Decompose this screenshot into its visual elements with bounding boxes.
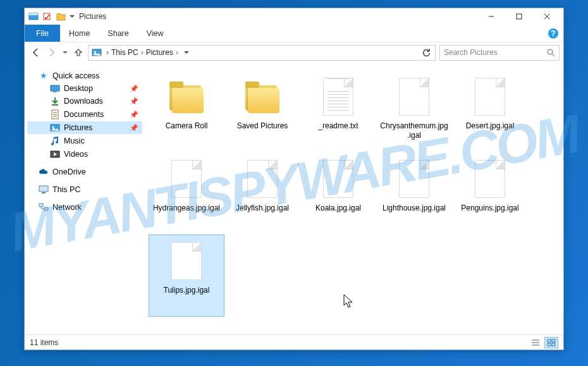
desktop-icon xyxy=(50,85,60,92)
file-grid: Camera RollSaved Pictures_readme.txtChry… xyxy=(149,70,560,317)
svg-rect-32 xyxy=(548,343,551,346)
file-icon xyxy=(167,156,206,202)
sidebar-item-videos[interactable]: Videos xyxy=(27,148,142,161)
svg-rect-4 xyxy=(57,13,61,15)
breadcrumb-thispc[interactable]: This PC xyxy=(111,48,138,57)
pin-icon: 📌 xyxy=(130,124,138,132)
chevron-right-icon[interactable]: › xyxy=(173,48,181,57)
tab-share[interactable]: Share xyxy=(99,25,137,42)
file-item[interactable]: Penguins.jpg.igal xyxy=(452,152,528,235)
file-item[interactable]: Lighthouse.jpg.igal xyxy=(376,152,452,235)
sidebar-onedrive[interactable]: OneDrive xyxy=(27,166,142,178)
file-item[interactable]: Camera Roll xyxy=(149,70,224,152)
sidebar-item-pictures[interactable]: Pictures📌 xyxy=(27,121,142,134)
file-label: Chrysanthemum.jpg.igal xyxy=(377,120,451,140)
file-item[interactable]: Hydrangeas.jpg.igal xyxy=(149,152,224,235)
close-button[interactable] xyxy=(533,8,561,25)
file-item[interactable]: Desert.jpg.igal xyxy=(452,70,528,152)
minimize-button[interactable] xyxy=(477,8,505,25)
nav-recent-dropdown[interactable] xyxy=(61,46,69,59)
videos-icon xyxy=(50,150,60,158)
sidebar-item-label: Pictures xyxy=(64,123,92,132)
sidebar-onedrive-label: OneDrive xyxy=(52,168,86,176)
svg-rect-14 xyxy=(53,92,57,92)
svg-rect-6 xyxy=(517,14,522,19)
svg-point-11 xyxy=(548,49,553,54)
help-icon[interactable]: ? xyxy=(548,28,558,39)
file-label: Saved Pictures xyxy=(235,120,291,131)
svg-rect-31 xyxy=(552,339,555,342)
star-icon: ★ xyxy=(39,71,49,80)
view-details-button[interactable] xyxy=(529,337,542,348)
file-item[interactable]: Jellyfish.jpg.igal xyxy=(224,152,300,235)
svg-rect-13 xyxy=(51,85,59,91)
folder-icon xyxy=(167,73,206,120)
tab-home[interactable]: Home xyxy=(60,25,99,42)
pc-icon xyxy=(39,185,49,194)
downloads-icon xyxy=(50,97,60,106)
nav-back-button[interactable] xyxy=(28,46,42,59)
sidebar-item-documents[interactable]: Documents📌 xyxy=(27,107,142,121)
svg-rect-24 xyxy=(42,192,46,193)
sidebar-network[interactable]: Network xyxy=(27,201,142,214)
window-title: Pictures xyxy=(79,12,106,21)
file-item[interactable]: Chrysanthemum.jpg.igal xyxy=(376,70,452,152)
sidebar-item-label: Downloads xyxy=(64,97,103,106)
file-label: Koala.jpg.igal xyxy=(313,202,364,213)
explorer-window: Pictures File Home Share View ? › This P… xyxy=(24,8,564,350)
search-box[interactable]: Search Pictures xyxy=(439,45,560,61)
nav-up-button[interactable] xyxy=(71,46,85,59)
address-dropdown-icon[interactable] xyxy=(181,50,192,55)
file-label: Hydrangeas.jpg.igal xyxy=(150,202,223,213)
status-bar: 11 items xyxy=(25,334,563,350)
qat-properties-icon[interactable] xyxy=(41,10,54,23)
svg-rect-3 xyxy=(57,15,65,20)
file-item[interactable]: Saved Pictures xyxy=(224,70,300,152)
sidebar-thispc-label: This PC xyxy=(52,185,80,194)
tab-file[interactable]: File xyxy=(25,25,60,42)
nav-forward-button[interactable] xyxy=(45,46,59,59)
view-icons-button[interactable] xyxy=(544,337,558,348)
qat-newfolder-icon[interactable] xyxy=(55,10,68,23)
file-label: Lighthouse.jpg.igal xyxy=(380,202,448,213)
breadcrumb-pictures[interactable]: Pictures xyxy=(146,48,173,57)
file-item[interactable]: _readme.txt xyxy=(300,70,376,152)
chevron-right-icon[interactable]: › xyxy=(104,48,111,57)
content-area[interactable]: Camera RollSaved Pictures_readme.txtChry… xyxy=(145,64,563,334)
title-bar: Pictures xyxy=(25,8,563,25)
file-icon xyxy=(167,238,206,284)
file-label: Jellyfish.jpg.igal xyxy=(233,202,291,213)
search-icon xyxy=(547,49,555,57)
refresh-button[interactable] xyxy=(419,48,434,57)
file-item[interactable]: Tulips.jpg.igal xyxy=(149,235,224,317)
file-icon xyxy=(243,156,282,202)
file-label: Penguins.jpg.igal xyxy=(458,202,521,213)
chevron-right-icon[interactable]: › xyxy=(138,48,146,57)
sidebar-network-label: Network xyxy=(52,203,82,212)
sidebar-item-desktop[interactable]: Desktop📌 xyxy=(27,82,142,95)
file-item[interactable]: Koala.jpg.igal xyxy=(300,152,376,235)
music-icon xyxy=(50,136,60,146)
sidebar-item-music[interactable]: Music xyxy=(27,134,142,148)
pin-icon: 📌 xyxy=(130,85,138,93)
folder-icon xyxy=(243,73,282,120)
body-split: ★ Quick access Desktop📌Downloads📌Documen… xyxy=(25,64,563,334)
svg-line-12 xyxy=(552,54,554,56)
network-icon xyxy=(39,203,49,212)
pictures-icon xyxy=(50,123,60,132)
pictures-location-icon xyxy=(90,48,104,57)
qat-dropdown-icon[interactable] xyxy=(69,10,75,23)
file-label: Camera Roll xyxy=(163,120,211,131)
explorer-icon xyxy=(27,10,40,23)
address-bar[interactable]: › This PC › Pictures › xyxy=(88,45,436,61)
tab-view[interactable]: View xyxy=(138,25,173,42)
sidebar-quick-access[interactable]: ★ Quick access xyxy=(27,69,142,82)
sidebar-thispc[interactable]: This PC xyxy=(27,183,142,196)
file-icon xyxy=(319,73,358,120)
nav-bar: › This PC › Pictures › Search Pictures xyxy=(25,42,563,64)
sidebar-item-downloads[interactable]: Downloads📌 xyxy=(27,95,142,107)
ribbon-tabs: File Home Share View ? xyxy=(25,25,563,42)
maximize-button[interactable] xyxy=(505,8,533,25)
item-count: 11 items xyxy=(30,338,58,347)
file-label: Desert.jpg.igal xyxy=(463,120,517,131)
